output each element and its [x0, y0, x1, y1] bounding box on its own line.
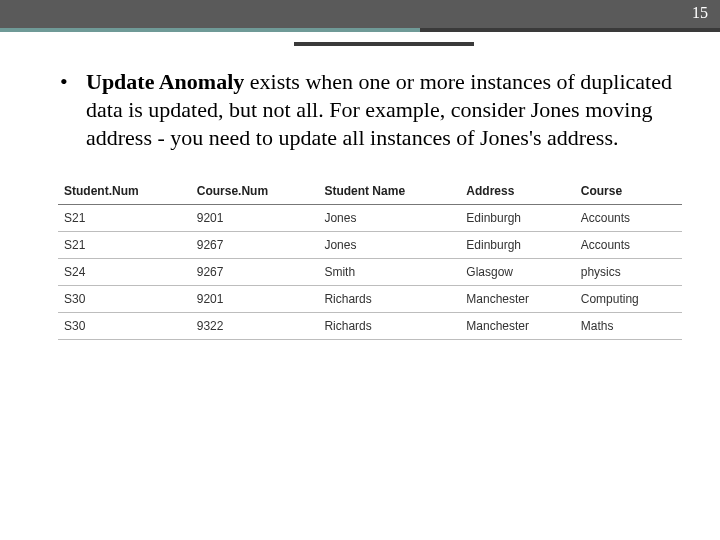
rule-dark-bottom: [294, 42, 474, 46]
col-header: Student Name: [318, 178, 460, 205]
bullet-paragraph: • Update Anomaly exists when one or more…: [58, 68, 682, 152]
table-cell: S30: [58, 313, 191, 340]
col-header: Course: [575, 178, 682, 205]
table-cell: physics: [575, 259, 682, 286]
table-cell: Jones: [318, 205, 460, 232]
col-header: Course.Num: [191, 178, 319, 205]
rule-dark-top: [420, 28, 720, 32]
table-row: S219267JonesEdinburghAccounts: [58, 232, 682, 259]
table-cell: Manchester: [460, 313, 574, 340]
table-cell: Edinburgh: [460, 232, 574, 259]
table-cell: Edinburgh: [460, 205, 574, 232]
col-header: Student.Num: [58, 178, 191, 205]
table-cell: 9322: [191, 313, 319, 340]
table-cell: S21: [58, 205, 191, 232]
table-cell: Smith: [318, 259, 460, 286]
content-area: • Update Anomaly exists when one or more…: [0, 50, 720, 152]
slide-header-bar: 15: [0, 0, 720, 28]
table-cell: S30: [58, 286, 191, 313]
table-cell: Accounts: [575, 205, 682, 232]
table-row: S219201JonesEdinburghAccounts: [58, 205, 682, 232]
col-header: Address: [460, 178, 574, 205]
table-row: S309322RichardsManchesterMaths: [58, 313, 682, 340]
header-rules: [0, 28, 720, 50]
bullet-icon: •: [60, 68, 68, 96]
table-cell: Computing: [575, 286, 682, 313]
table-row: S309201RichardsManchesterComputing: [58, 286, 682, 313]
table-cell: Manchester: [460, 286, 574, 313]
anomaly-term: Update Anomaly: [86, 69, 244, 94]
data-table: Student.Num Course.Num Student Name Addr…: [58, 178, 682, 340]
table-cell: Glasgow: [460, 259, 574, 286]
table-cell: 9267: [191, 232, 319, 259]
table-header-row: Student.Num Course.Num Student Name Addr…: [58, 178, 682, 205]
table-cell: S21: [58, 232, 191, 259]
table-cell: 9201: [191, 205, 319, 232]
table-cell: Jones: [318, 232, 460, 259]
table-row: S249267SmithGlasgowphysics: [58, 259, 682, 286]
table-container: Student.Num Course.Num Student Name Addr…: [0, 152, 720, 340]
table-cell: 9267: [191, 259, 319, 286]
page-number: 15: [692, 4, 708, 22]
table-cell: Accounts: [575, 232, 682, 259]
table-cell: Richards: [318, 286, 460, 313]
table-cell: S24: [58, 259, 191, 286]
table-cell: 9201: [191, 286, 319, 313]
table-cell: Richards: [318, 313, 460, 340]
table-cell: Maths: [575, 313, 682, 340]
